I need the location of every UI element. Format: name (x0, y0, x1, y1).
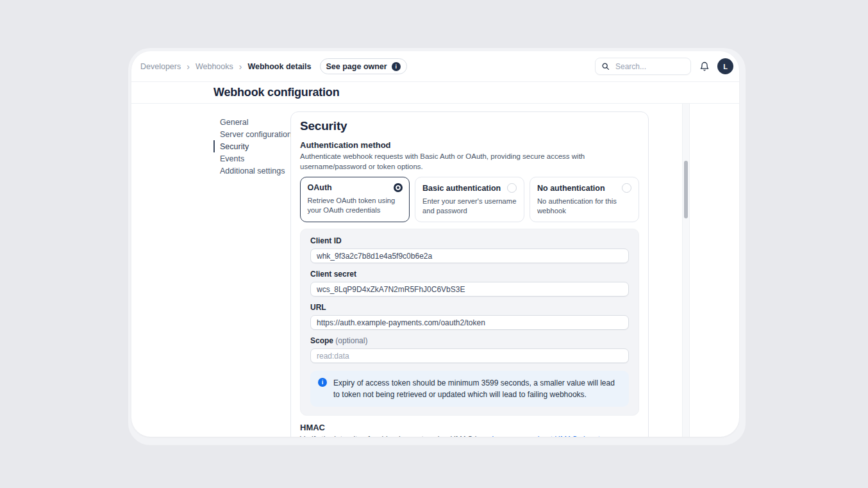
auth-option-label: No authentication (537, 184, 605, 193)
client-id-input[interactable] (310, 248, 629, 263)
content-area: General Server configuration Security Ev… (131, 104, 739, 437)
page-title: Webhook configuration (213, 86, 339, 99)
chevron-right-icon: › (187, 62, 190, 71)
sidebar-item-security[interactable]: Security (213, 140, 287, 152)
auth-option-label: Basic authentication (422, 184, 501, 193)
url-input[interactable] (310, 315, 629, 330)
auth-option-basic[interactable]: Basic authentication Enter your server's… (415, 177, 524, 222)
see-page-owner-label: See page owner (326, 62, 387, 71)
avatar[interactable]: L (717, 58, 733, 74)
sidebar-item-additional-settings[interactable]: Additional settings (213, 165, 287, 177)
settings-nav: General Server configuration Security Ev… (213, 116, 287, 177)
auth-option-none[interactable]: No authentication No authentication for … (530, 177, 639, 222)
auth-option-label: OAuth (308, 183, 332, 192)
window-frame: Developers › Webhooks › Webhook details … (128, 48, 746, 445)
breadcrumb-webhook-details: Webhook details (247, 62, 311, 71)
scope-label: Scope (310, 336, 333, 345)
auth-option-description: Retrieve OAuth token using your OAuth cr… (308, 196, 403, 215)
radio-unchecked-icon (507, 183, 517, 193)
hmac-title: HMAC (300, 423, 639, 432)
top-bar: Developers › Webhooks › Webhook details … (131, 51, 739, 82)
client-id-field: Client ID (310, 236, 629, 263)
field-label: URL (310, 303, 629, 312)
search-input[interactable] (614, 61, 685, 72)
breadcrumb-webhooks[interactable]: Webhooks (196, 62, 233, 71)
scope-optional-suffix: (optional) (335, 336, 367, 345)
hmac-section: HMAC Verify the integrity of webhook eve… (300, 423, 639, 437)
info-icon: i (392, 62, 401, 71)
auth-method-description: Authenticate webhook requests with Basic… (300, 152, 639, 172)
token-expiry-alert-text: Expiry of access token should be minimum… (333, 377, 621, 400)
scope-field: Scope (optional) (310, 336, 629, 363)
url-field: URL (310, 303, 629, 330)
radio-unchecked-icon (622, 183, 631, 193)
hmac-description: Verify the integrity of webhook events u… (300, 435, 488, 437)
scope-input[interactable] (310, 348, 629, 363)
breadcrumb: Developers › Webhooks › Webhook details (140, 62, 312, 71)
auth-method-label: Authentication method (300, 140, 639, 150)
sidebar-item-general[interactable]: General (213, 116, 287, 128)
scrollbar-thumb[interactable] (684, 161, 688, 218)
field-label: Client secret (310, 270, 629, 279)
notifications-bell-icon[interactable] (699, 61, 710, 72)
scrollbar[interactable] (682, 104, 690, 437)
breadcrumb-developers[interactable]: Developers (140, 62, 181, 71)
sidebar-item-events[interactable]: Events (213, 152, 287, 165)
external-link-icon: ↗ (621, 435, 626, 437)
search-box[interactable] (595, 58, 691, 75)
auth-option-description: No authentication for this webhook (537, 197, 631, 216)
sidebar-item-server-configuration[interactable]: Server configuration (213, 128, 287, 140)
info-icon: i (318, 378, 327, 387)
see-page-owner-button[interactable]: See page owner i (320, 58, 407, 74)
auth-option-description: Enter your server's username and passwor… (422, 197, 517, 216)
desktop-background: { "header": { "breadcrumbs": [ {"label":… (0, 0, 868, 488)
radio-checked-icon (394, 183, 403, 192)
field-label: Client ID (310, 236, 629, 245)
hmac-learn-more-link[interactable]: Learn more about HMAC signatures. (492, 435, 617, 437)
oauth-settings-group: Client ID Client secret URL Scope (300, 229, 639, 416)
search-icon (601, 62, 610, 70)
auth-option-oauth[interactable]: OAuth Retrieve OAuth token using your OA… (300, 177, 410, 222)
token-expiry-alert: i Expiry of access token should be minim… (310, 371, 629, 407)
app-window: Developers › Webhooks › Webhook details … (131, 51, 739, 437)
security-panel: Security Authentication method Authentic… (290, 111, 649, 437)
panel-title: Security (300, 119, 639, 133)
chevron-right-icon: › (239, 62, 242, 71)
client-secret-field: Client secret (310, 270, 629, 297)
auth-method-options: OAuth Retrieve OAuth token using your OA… (300, 177, 639, 222)
client-secret-input[interactable] (310, 282, 629, 297)
field-label: Scope (optional) (310, 336, 629, 345)
title-bar: Webhook configuration (131, 82, 739, 104)
